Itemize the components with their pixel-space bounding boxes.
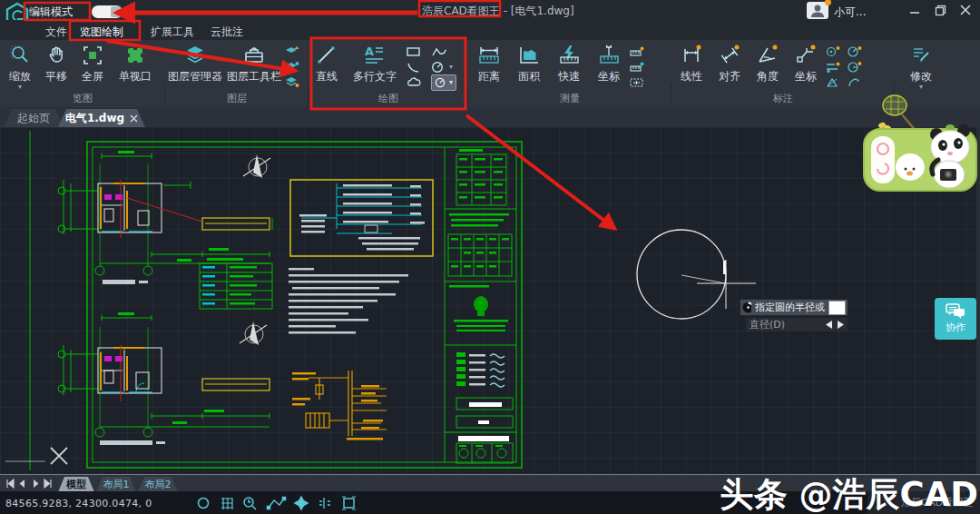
pan-button[interactable]: 平移 (38, 40, 74, 84)
toolbox-icon (242, 44, 266, 67)
group-label-view: 览图 (2, 92, 163, 105)
dim-small-center[interactable] (825, 44, 847, 59)
restore-button[interactable] (933, 3, 947, 17)
draw-small-tools-1 (406, 40, 431, 90)
menu-view-draw[interactable]: 览图绘制 (80, 25, 123, 40)
linear-dim-icon (680, 44, 703, 67)
dynamic-input-tooltip: 指定圆的半径或 (740, 299, 848, 316)
ucs-icon (51, 448, 67, 464)
viewport-icon (123, 44, 147, 67)
dim-ordinate-button[interactable]: 坐标 (787, 40, 825, 84)
close-button[interactable] (958, 3, 973, 17)
menu-file[interactable]: 文件 (45, 25, 67, 40)
polyline-button[interactable] (431, 44, 466, 59)
tab-close-icon[interactable] (130, 114, 138, 123)
dim-small-arc[interactable] (847, 74, 868, 90)
radius-input[interactable] (828, 301, 846, 315)
edit-mode-toggle[interactable] (92, 5, 122, 18)
single-viewport-button[interactable]: 单视口 (111, 40, 160, 84)
diameter-option-row[interactable]: 直径(D) (746, 318, 848, 331)
window-title-doc: - [电气1.dwg] (500, 5, 574, 17)
circle-tool-button[interactable]: ▾ (431, 59, 466, 74)
quick-measure-icon (556, 44, 582, 67)
layer-current-button[interactable] (284, 59, 308, 74)
dim-small-tools-2 (847, 40, 868, 90)
menu-extension-tools[interactable]: 扩展工具 (151, 25, 194, 40)
zoom-icon (8, 44, 32, 67)
measure-small-tools (629, 40, 652, 90)
dim-linear-button[interactable]: 线性 (672, 40, 710, 84)
layer-up-button[interactable] (284, 44, 308, 59)
ordinate-dim-icon (794, 44, 818, 67)
status-toggles[interactable] (194, 495, 363, 511)
dim-angle-button[interactable]: 角度 (749, 40, 787, 84)
tooltip-prompt: 指定圆的半径或 (755, 301, 825, 314)
dim-small-baseline[interactable] (825, 59, 847, 74)
line-icon (315, 44, 338, 67)
ribbon: 缩放▾ 平移 全屏 单视口 览图 (0, 40, 980, 107)
user-name: 小可... (834, 5, 866, 20)
tab-layout1[interactable]: 布局1 (96, 477, 136, 492)
watermark: 头条 @浩辰CAD (720, 478, 978, 511)
next-option-icon[interactable] (838, 321, 844, 329)
minimize-button[interactable] (907, 3, 922, 17)
area-icon (516, 44, 542, 67)
collaborate-label: 协作 (946, 321, 965, 334)
document-tab-bar: 起始页 电气1.dwg (0, 107, 980, 128)
layer-state-button[interactable] (284, 74, 308, 90)
measure-small-3[interactable] (629, 74, 652, 90)
draw-small-tools-2: ▾ ▾ (431, 40, 466, 90)
group-label-draw: 绘图 (309, 92, 467, 105)
revcloud-button[interactable] (406, 74, 431, 90)
app-window: 编辑模式 浩辰CAD看图王 - [电气1.dwg] 小可... 文件 览图绘制 … (0, 0, 980, 514)
modify-button[interactable]: 修改▾ (896, 40, 946, 90)
prev-option-icon[interactable] (826, 321, 832, 329)
line-button[interactable]: 直线 (309, 40, 344, 84)
dim-small-tools-1 (825, 40, 847, 90)
measure-small-1[interactable] (629, 44, 652, 59)
layer-toolbar-button[interactable]: 图层工具栏 (224, 40, 284, 84)
ribbon-group-draw: 直线 A 多行文字 ▾ ▾ 绘图 (309, 40, 467, 107)
measure-coord-button[interactable]: 坐标 (589, 40, 629, 84)
fullscreen-button[interactable]: 全屏 (74, 40, 111, 84)
circle-tool-active[interactable]: ▾ (431, 74, 466, 90)
ribbon-group-layer: 图层管理器 图层工具栏 图层 (166, 40, 308, 107)
tab-drawing[interactable]: 电气1.dwg (58, 109, 145, 127)
grid-icon (221, 498, 232, 509)
dim-aligned-button[interactable]: 对齐 (710, 40, 749, 84)
title-bar: 编辑模式 浩辰CAD看图王 - [电气1.dwg] 小可... (0, 0, 980, 20)
polyline-icon (269, 499, 284, 508)
drawn-circle (637, 230, 726, 319)
ribbon-group-view: 缩放▾ 平移 全屏 单视口 览图 (2, 40, 163, 107)
svg-text:A: A (365, 44, 374, 58)
dim-small-tolerance[interactable] (825, 74, 847, 90)
user-avatar[interactable] (807, 2, 828, 19)
panda-sticker (858, 91, 980, 196)
fullscreen-icon (81, 44, 104, 67)
dim-small-diameter[interactable] (847, 44, 868, 59)
collaborate-button[interactable]: 协作 (935, 298, 976, 340)
tab-layout2[interactable]: 布局2 (138, 477, 178, 492)
tab-model[interactable]: 模型 (58, 477, 94, 492)
menu-cloud-annotation[interactable]: 云批注 (211, 25, 243, 40)
arc-button[interactable] (406, 59, 431, 74)
clean-screen-icon (344, 499, 354, 508)
dim-small-radius[interactable] (847, 59, 868, 74)
cursor-coordinates: 84565.9283, 24300.0474, 0 (5, 498, 152, 509)
measure-small-2[interactable] (629, 59, 652, 74)
coord-measure-icon (596, 44, 622, 67)
aligned-dim-icon (718, 44, 741, 67)
distance-icon (476, 44, 502, 67)
mtext-button[interactable]: A 多行文字 (344, 40, 406, 84)
layer-manager-button[interactable]: 图层管理器 (166, 40, 224, 84)
rectangle-button[interactable] (406, 44, 431, 59)
layers-icon (183, 44, 207, 67)
measure-distance-button[interactable]: 距离 (469, 40, 509, 84)
zoom-button[interactable]: 缩放▾ (2, 40, 38, 90)
menu-bar: 文件 览图绘制 扩展工具 云批注 (0, 20, 980, 40)
measure-quick-button[interactable]: 快速 (549, 40, 589, 84)
layout-nav-arrows[interactable] (5, 478, 56, 489)
measure-area-button[interactable]: 面积 (509, 40, 549, 84)
tab-start-page[interactable]: 起始页 (4, 109, 64, 127)
window-title-brand: 浩辰CAD看图王 (422, 5, 500, 17)
